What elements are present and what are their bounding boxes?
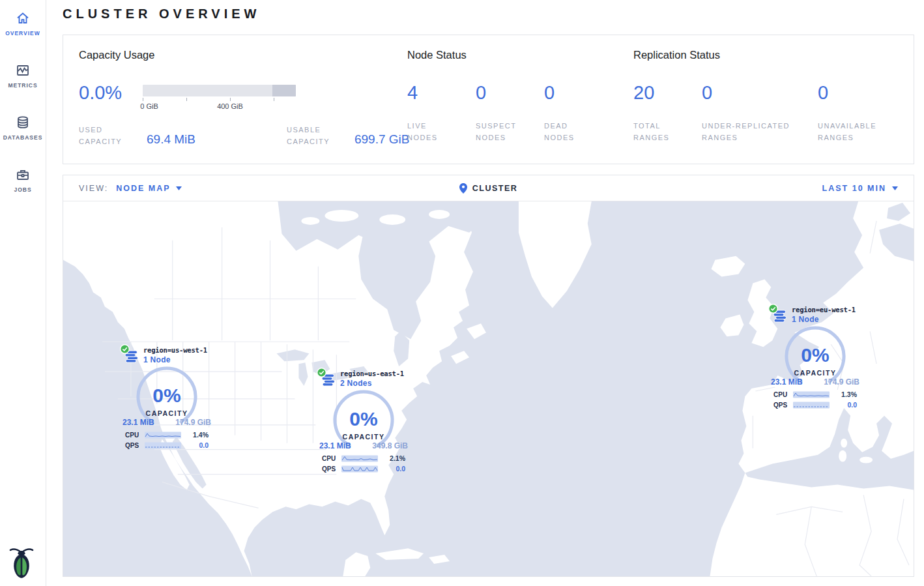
sidebar-item-jobs[interactable]: JOBS [0,156,46,209]
capacity-axis-tick: 0 GiB [140,102,158,110]
time-range-value: LAST 10 MIN [822,184,886,193]
cpu-metric-row: CPU 1.4% [125,431,209,439]
svg-text:CAPACITY: CAPACITY [146,409,188,417]
node-map-panel: VIEW: NODE MAP CLUSTER LAST 10 MIN [63,175,914,577]
database-icon [15,115,31,130]
usable-capacity-value: 699.7 GiB [354,132,410,147]
healthy-check-icon [317,368,326,377]
suspect-nodes-stat: 0 SUSPECT NODES [476,83,544,143]
used-capacity-value: 69.4 MiB [147,132,195,147]
map-toolbar: VIEW: NODE MAP CLUSTER LAST 10 MIN [63,175,914,201]
locality-label: CLUSTER [472,184,518,193]
capacity-bar: 0 GiB 400 GiB [143,85,296,110]
qps-metric-row: QPS 0.0 [322,465,405,473]
locality-breadcrumb[interactable]: CLUSTER [417,183,560,194]
capacity-bar-tail [272,85,296,96]
view-dropdown[interactable]: VIEW: NODE MAP [79,184,182,193]
used-capacity-label: USED CAPACITY [79,125,136,147]
sidebar-item-label: DATABASES [3,134,43,141]
replication-status-section: Replication Status 20 TOTAL RANGES 0 UND… [633,35,914,164]
map-pin-icon [459,183,467,194]
qps-sparkline [793,402,830,409]
qps-metric-row: QPS 0.0 [773,401,857,409]
node-status-section: Node Status 4 LIVE NODES 0 SUSPECT NODES… [407,35,633,164]
sidebar-item-label: OVERVIEW [5,30,40,37]
svg-text:CAPACITY: CAPACITY [343,433,385,441]
cpu-sparkline [145,432,181,439]
capacity-usage-title: Capacity Usage [79,49,407,61]
svg-text:0%: 0% [349,408,377,430]
total-capacity: 174.9 GiB [824,377,859,387]
cpu-sparkline [793,391,830,398]
cpu-metric-row: CPU 2.1% [322,454,405,462]
chevron-down-icon [892,186,898,190]
sidebar-item-label: METRICS [8,82,37,89]
cpu-sparkline [341,455,378,462]
total-capacity: 349.8 GiB [372,441,408,450]
under-replicated-ranges-stat: 0 UNDER-REPLICATED RANGES [702,83,818,143]
qps-sparkline [341,465,378,473]
used-capacity: 23.1 MiB [771,377,803,387]
sidebar-item-label: JOBS [14,186,31,193]
cluster-summary-panel: Capacity Usage 0.0% 0 GiB 400 GiB [63,35,914,164]
region-label: region=eu-west-1 [792,306,861,314]
node-status-title: Node Status [407,49,633,61]
dead-nodes-stat: 0 DEAD NODES [544,83,613,143]
healthy-check-icon [120,344,130,354]
svg-text:CAPACITY: CAPACITY [794,369,837,377]
briefcase-icon [15,167,31,183]
sidebar-item-overview[interactable]: OVERVIEW [0,0,46,52]
replication-status-title: Replication Status [633,49,914,61]
sidebar-item-databases[interactable]: DATABASES [0,104,46,156]
total-ranges-stat: 20 TOTAL RANGES [633,83,702,143]
page-title: CLUSTER OVERVIEW [63,7,260,22]
locality-card-eu-west-1[interactable]: region=eu-west-1 1 Node 0% CAPACITY 23.1… [770,306,861,411]
sidebar-item-metrics[interactable]: METRICS [0,52,46,104]
qps-sparkline [145,442,181,449]
unavailable-ranges-stat: 0 UNAVAILABLE RANGES [818,83,902,143]
capacity-usage-section: Capacity Usage 0.0% 0 GiB 400 GiB [63,35,407,164]
time-range-dropdown[interactable]: LAST 10 MIN [822,184,898,193]
svg-text:0%: 0% [801,344,829,366]
capacity-percent: 0.0% [79,83,143,102]
region-label: region=us-west-1 [143,346,212,354]
live-nodes-stat: 4 LIVE NODES [407,83,476,143]
capacity-axis-tick: 400 GiB [217,102,243,110]
main-content: CLUSTER OVERVIEW Capacity Usage 0.0% 0 G… [46,0,924,586]
region-label: region=us-east-1 [340,370,409,377]
metrics-chart-icon [15,63,31,78]
usable-capacity-label: USABLE CAPACITY [287,125,344,147]
used-capacity: 23.1 MiB [123,418,154,427]
view-label: VIEW: [79,184,108,193]
view-value: NODE MAP [116,184,170,193]
locality-card-us-west-1[interactable]: region=us-west-1 1 Node 0% CAPACITY 23.1… [121,346,212,452]
cockroachdb-logo[interactable] [9,546,34,578]
qps-metric-row: QPS 0.0 [125,441,209,449]
cpu-metric-row: CPU 1.3% [773,390,857,398]
total-capacity: 174.9 GiB [175,418,211,427]
sidebar: OVERVIEW METRICS DATABASES JOBS [0,0,46,586]
world-map[interactable]: region=us-west-1 1 Node 0% CAPACITY 23.1… [63,201,914,576]
healthy-check-icon [768,304,778,314]
locality-card-us-east-1[interactable]: region=us-east-1 2 Nodes 0% CAPACITY 23.… [318,370,409,475]
used-capacity: 23.1 MiB [319,441,351,450]
chevron-down-icon [176,186,182,190]
home-icon [15,10,31,26]
svg-text:0%: 0% [152,385,180,406]
